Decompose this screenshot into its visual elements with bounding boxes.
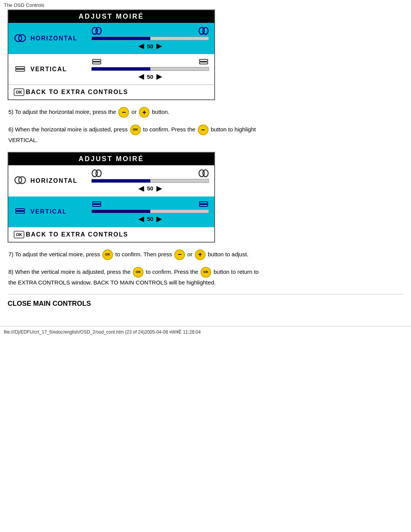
osd2-vertical-label: VERTICAL xyxy=(30,208,91,215)
step7-end: button to adjust. xyxy=(208,251,249,257)
osd2-h-right-arrow: ▶ xyxy=(156,184,162,193)
svg-rect-20 xyxy=(92,202,101,204)
svg-point-17 xyxy=(203,170,208,177)
step8-end: the EXTRA CONTROLS window. BACK TO MAIN … xyxy=(8,279,216,286)
svg-rect-6 xyxy=(16,67,25,69)
osd2-horizontal-value: 50 xyxy=(147,185,153,192)
step7-instruction: 7) To adjust the vertical moire, press O… xyxy=(8,249,403,260)
osd2-horizontal-icon xyxy=(14,176,27,185)
step8-start: 8) When the vertical moire is adjusted, … xyxy=(8,268,131,275)
osd1-vertical-value: 50 xyxy=(147,73,153,80)
step7-mid: to confirm. Then press xyxy=(115,251,172,257)
osd1-back-label: BACK TO EXTRA CONTROLS xyxy=(26,89,128,96)
osd2-vertical-row: VERTICAL ◀ 50 xyxy=(8,197,214,227)
osd2-h-left-arrow: ◀ xyxy=(139,184,144,193)
page-top-label: The OSD Controls xyxy=(0,0,411,10)
ok-circle-2: OK xyxy=(102,249,113,260)
osd2-back-row: OK BACK TO EXTRA CONTROLS xyxy=(8,227,214,242)
step6-end: VERTICAL. xyxy=(8,137,38,143)
osd2-v-right-arrow: ▶ xyxy=(156,215,162,223)
osd2-vertical-track xyxy=(91,209,209,213)
svg-point-3 xyxy=(96,27,101,34)
osd2-back-label: BACK TO EXTRA CONTROLS xyxy=(26,231,128,238)
step5-instruction: 5) To adjust the horizontal moire, press… xyxy=(8,107,403,118)
osd2-v-left-arrow: ◀ xyxy=(139,215,144,223)
close-main-title: CLOSE MAIN CONTROLS xyxy=(8,300,403,308)
ok-circle-3: OK xyxy=(133,267,143,278)
minus-button-2: − xyxy=(198,125,209,135)
svg-point-15 xyxy=(96,170,101,177)
svg-rect-19 xyxy=(16,211,25,213)
step5-text: 5) To adjust the horizontal moire, press… xyxy=(8,109,116,115)
osd2-horizontal-label: HORIZONTAL xyxy=(30,177,91,184)
osd1-horizontal-icon xyxy=(14,34,27,43)
osd1-ok-badge: OK xyxy=(14,88,24,96)
ok-circle-4: OK xyxy=(201,267,211,278)
plus-button-1: + xyxy=(139,107,150,118)
osd2-vertical-value-row: ◀ 50 ▶ xyxy=(139,215,162,223)
osd1-horizontal-row: HORIZONTAL ◀ 50 xyxy=(8,23,214,54)
osd1-title: ADJUST MOIRÉ xyxy=(8,10,214,23)
osd-screen-2: ADJUST MOIRÉ HORIZONTAL xyxy=(8,152,215,243)
osd1-horizontal-value: 50 xyxy=(147,43,153,50)
osd2-vertical-slider-area: ◀ 50 ▶ xyxy=(91,200,209,223)
osd1-vertical-icon xyxy=(14,65,27,74)
osd2-horizontal-slider-area: ◀ 50 ▶ xyxy=(91,169,209,193)
step8-instruction: 8) When the vertical moire is adjusted, … xyxy=(8,267,403,288)
osd1-horizontal-value-row: ◀ 50 ▶ xyxy=(139,42,162,50)
osd1-v-right-arrow: ▶ xyxy=(156,72,162,81)
section-divider xyxy=(8,294,403,294)
osd1-v-left-arrow: ◀ xyxy=(139,72,144,81)
osd2-title: ADJUST MOIRÉ xyxy=(8,153,214,165)
osd1-back-row: OK BACK TO EXTRA CONTROLS xyxy=(8,85,214,99)
osd-screen-1: ADJUST MOIRÉ HORIZONTAL xyxy=(8,10,215,100)
svg-rect-21 xyxy=(92,204,101,206)
step6-instruction: 6) When the horizontal moire is adjusted… xyxy=(8,125,403,145)
osd1-vertical-value-row: ◀ 50 ▶ xyxy=(139,72,162,81)
step8-mid: to confirm. Press the xyxy=(146,268,198,275)
osd2-ok-badge: OK xyxy=(14,231,24,238)
osd2-vertical-value: 50 xyxy=(147,216,153,222)
step6-mid2: button to highlight xyxy=(211,126,256,133)
svg-rect-8 xyxy=(92,59,101,61)
osd1-horizontal-label: HORIZONTAL xyxy=(30,35,91,42)
svg-rect-7 xyxy=(16,69,25,71)
osd1-vertical-row: VERTICAL ◀ 50 xyxy=(8,54,214,85)
osd1-horizontal-slider-area: ◀ 50 ▶ xyxy=(91,27,209,50)
osd2-horizontal-value-row: ◀ 50 ▶ xyxy=(139,184,162,193)
svg-point-5 xyxy=(203,27,208,34)
osd1-vertical-label: VERTICAL xyxy=(30,66,91,73)
minus-button-1: − xyxy=(118,107,129,118)
step6-mid: to confirm. Press the xyxy=(143,126,196,133)
osd1-h-right-arrow: ▶ xyxy=(156,42,162,50)
osd1-vertical-track xyxy=(91,67,209,71)
plus-button-2: + xyxy=(195,249,206,260)
ok-circle-1: OK xyxy=(130,125,141,135)
osd1-h-left-arrow: ◀ xyxy=(139,42,144,50)
step6-start: 6) When the horizontal moire is adjusted… xyxy=(8,126,127,133)
step7-mid2: or xyxy=(187,251,192,257)
step5-or: or xyxy=(132,109,137,115)
svg-rect-18 xyxy=(16,209,25,211)
osd2-horizontal-track xyxy=(91,179,209,183)
osd2-vertical-icon xyxy=(14,207,27,216)
svg-rect-9 xyxy=(92,62,101,64)
minus-button-3: − xyxy=(174,249,185,260)
svg-rect-23 xyxy=(199,204,208,206)
step7-start: 7) To adjust the vertical moire, press xyxy=(8,251,100,257)
svg-rect-10 xyxy=(199,59,208,61)
step8-mid2: button to return to xyxy=(213,268,258,275)
svg-rect-22 xyxy=(199,202,208,204)
step5-end: button. xyxy=(152,109,169,115)
footer-bar: file:///D|/EDFU/crt_17_6/edoc/english/OS… xyxy=(0,326,411,338)
osd1-horizontal-track xyxy=(91,37,209,40)
osd1-vertical-slider-area: ◀ 50 ▶ xyxy=(91,58,209,81)
osd2-horizontal-row: HORIZONTAL ◀ 50 xyxy=(8,165,214,197)
svg-rect-11 xyxy=(199,62,208,64)
